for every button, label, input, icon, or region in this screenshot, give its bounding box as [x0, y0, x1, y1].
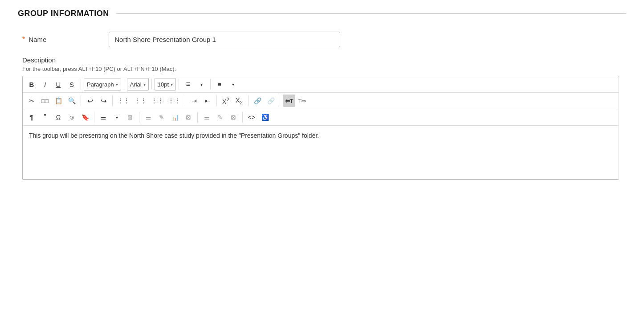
ltr-icon: ⇦T [285, 98, 293, 104]
bookmark-icon: 🔖 [82, 114, 89, 121]
ul-dropdown-button[interactable]: ▾ [195, 78, 208, 91]
toolbar-sep-4 [179, 79, 179, 90]
col-btn-3[interactable]: 📊 [169, 111, 181, 124]
editor-content[interactable]: This group will be presenting on the Nor… [23, 126, 619, 179]
link-icon: 🔗 [254, 97, 261, 104]
toolbar-sep-10 [248, 95, 249, 106]
section-title: GROUP INFORMATION [18, 9, 109, 18]
align-justify-button[interactable]: ⋮⋮ [166, 95, 182, 107]
show-blocks-icon: ¶ [30, 114, 33, 121]
paragraph-label: Paragraph [87, 81, 114, 88]
name-input[interactable] [109, 32, 340, 47]
size-select[interactable]: 10pt ▾ [155, 78, 176, 91]
toolbar-sep-15 [242, 112, 243, 123]
link-button[interactable]: 🔗 [251, 95, 264, 107]
toolbar-sep-1 [81, 79, 81, 90]
cut-button[interactable]: ✂ [25, 95, 38, 107]
row-1-icon: ⚌ [204, 114, 210, 121]
section-divider [116, 13, 626, 14]
italic-button[interactable]: I [39, 78, 51, 91]
font-select[interactable]: Arial ▾ [127, 78, 149, 91]
emoji-icon: ☺ [69, 114, 75, 121]
font-chevron: ▾ [143, 82, 146, 87]
editor-text: This group will be presenting on the Nor… [29, 132, 319, 139]
toolbar-sep-9 [216, 95, 217, 106]
unlink-icon: 🔗 [267, 97, 275, 104]
section-header: GROUP INFORMATION [18, 9, 626, 18]
toolbar-row-1: B I U S Paragraph ▾ Arial ▾ 10pt ▾ ≡ [23, 76, 619, 93]
align-right-button[interactable]: ⋮⋮ [149, 95, 165, 107]
col-3-icon: 📊 [171, 114, 179, 121]
table-dropdown-button[interactable]: ▾ [110, 111, 123, 124]
toolbar-sep-12 [94, 112, 94, 123]
indent-button[interactable]: ⇥ [188, 95, 200, 107]
outdent-icon: ⇤ [205, 97, 210, 104]
table-insert-button[interactable]: ⚌ [97, 111, 110, 124]
align-justify-icon: ⋮⋮ [168, 97, 180, 104]
table-delete-button[interactable]: ⊠ [124, 111, 136, 124]
row-btn-2[interactable]: ✎ [214, 111, 226, 124]
ul-icon: ≡ [186, 80, 190, 88]
special-char-icon: Ω [56, 114, 61, 121]
ordered-list-button[interactable]: ≡ [213, 78, 226, 91]
blockquote-button[interactable]: " [39, 111, 51, 124]
align-center-button[interactable]: ⋮⋮ [132, 95, 148, 107]
special-char-button[interactable]: Ω [52, 111, 65, 124]
toolbar-sep-3 [151, 79, 152, 90]
ol-dropdown-button[interactable]: ▾ [227, 78, 239, 91]
toolbar-sep-6 [81, 95, 81, 106]
required-indicator: * [22, 36, 25, 44]
align-left-button[interactable]: ⋮⋮ [115, 95, 131, 107]
col-btn-4[interactable]: ⊠ [182, 111, 195, 124]
editor-container: B I U S Paragraph ▾ Arial ▾ 10pt ▾ ≡ [22, 76, 619, 180]
col-2-icon: ✎ [159, 114, 164, 121]
superscript-button[interactable]: X2 [220, 95, 232, 107]
paste-icon: 📋 [55, 97, 62, 104]
row-btn-1[interactable]: ⚌ [200, 111, 213, 124]
toolbar-hint: For the toolbar, press ALT+F10 (PC) or A… [22, 66, 626, 72]
row-btn-3[interactable]: ⊠ [227, 111, 240, 124]
outdent-button[interactable]: ⇤ [201, 95, 214, 107]
undo-button[interactable]: ↩ [84, 95, 96, 107]
blockquote-icon: " [44, 113, 46, 121]
size-chevron: ▾ [171, 82, 173, 87]
ol-dropdown-icon: ▾ [232, 82, 234, 87]
emoji-button[interactable]: ☺ [65, 111, 78, 124]
ul-dropdown-icon: ▾ [200, 82, 203, 87]
redo-button[interactable]: ↪ [97, 95, 110, 107]
unordered-list-button[interactable]: ≡ [182, 78, 194, 91]
copy-icon: □ □ [41, 98, 49, 104]
paste-button[interactable]: 📋 [52, 95, 65, 107]
ltr-button[interactable]: ⇦T [283, 95, 295, 107]
col-btn-2[interactable]: ✎ [155, 111, 168, 124]
redo-icon: ↪ [101, 97, 106, 105]
bookmark-button[interactable]: 🔖 [79, 111, 91, 124]
accessibility-icon: ♿ [261, 114, 269, 121]
subscript-button[interactable]: X2 [233, 95, 245, 107]
underline-button[interactable]: U [52, 78, 65, 91]
name-label: Name [29, 36, 109, 43]
accessibility-button[interactable]: ♿ [259, 111, 271, 124]
copy-button[interactable]: □ □ [39, 95, 51, 107]
name-field-row: * Name [18, 32, 626, 47]
ol-icon: ≡ [218, 81, 221, 88]
col-1-icon: ⚌ [146, 114, 151, 121]
find-button[interactable]: 🔍 [65, 95, 78, 107]
col-btn-1[interactable]: ⚌ [142, 111, 155, 124]
bold-button[interactable]: B [25, 78, 38, 91]
toolbar-sep-2 [124, 79, 124, 90]
find-icon: 🔍 [68, 97, 76, 104]
strikethrough-button[interactable]: S [65, 78, 78, 91]
row-2-icon: ✎ [217, 114, 223, 121]
subscript-icon: X2 [236, 97, 243, 105]
rtl-button[interactable]: T⇨ [296, 95, 309, 107]
table-icon: ⚌ [101, 114, 106, 121]
size-label: 10pt [158, 81, 169, 88]
rtl-icon: T⇨ [298, 98, 307, 104]
description-label: Description [22, 56, 626, 64]
source-button[interactable]: <> [245, 111, 258, 124]
show-blocks-button[interactable]: ¶ [25, 111, 38, 124]
paragraph-select[interactable]: Paragraph ▾ [84, 78, 121, 91]
toolbar-row-3: ¶ " Ω ☺ 🔖 ⚌ ▾ ⊠ [23, 109, 619, 126]
unlink-button[interactable]: 🔗 [265, 95, 277, 107]
